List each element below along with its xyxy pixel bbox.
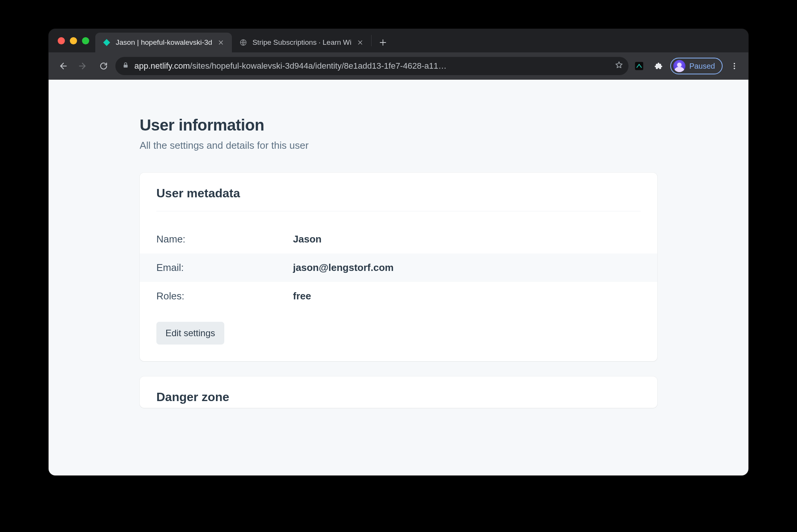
card-title: Danger zone bbox=[156, 390, 641, 404]
row-value: jason@lengstorf.com bbox=[293, 262, 394, 274]
row-value: free bbox=[293, 290, 311, 302]
svg-point-5 bbox=[734, 65, 735, 67]
svg-rect-2 bbox=[124, 65, 128, 68]
tab-close-button[interactable] bbox=[356, 38, 364, 47]
url-path: /sites/hopeful-kowalevski-3d944a/identit… bbox=[190, 61, 446, 71]
nav-back-button[interactable] bbox=[54, 57, 71, 75]
window-controls bbox=[54, 29, 95, 52]
url-host: app.netlify.com bbox=[134, 61, 190, 71]
row-label: Roles: bbox=[156, 290, 293, 302]
tab-title: Jason | hopeful-kowalevski-3d bbox=[116, 38, 212, 47]
tab-title: Stripe Subscriptions · Learn Wi bbox=[252, 38, 351, 47]
page-title: User information bbox=[140, 116, 657, 134]
svg-marker-0 bbox=[103, 39, 110, 46]
svg-rect-3 bbox=[635, 62, 643, 70]
address-bar[interactable]: app.netlify.com/sites/hopeful-kowalevski… bbox=[115, 57, 628, 75]
metadata-row-roles: Roles: free bbox=[156, 282, 641, 310]
browser-window: Jason | hopeful-kowalevski-3d Stripe Sub… bbox=[49, 29, 748, 475]
window-minimize-button[interactable] bbox=[70, 37, 77, 44]
row-label: Name: bbox=[156, 233, 293, 245]
tab-strip: Jason | hopeful-kowalevski-3d Stripe Sub… bbox=[49, 29, 748, 52]
new-tab-button[interactable] bbox=[375, 34, 391, 51]
metadata-row-email: Email: jason@lengstorf.com bbox=[140, 253, 657, 282]
netlify-favicon-icon bbox=[102, 38, 111, 47]
danger-zone-card: Danger zone bbox=[140, 376, 657, 408]
extensions-puzzle-icon[interactable] bbox=[650, 57, 667, 75]
profile-avatar-icon bbox=[673, 60, 685, 72]
metadata-row-name: Name: Jason bbox=[156, 225, 641, 253]
user-metadata-card: User metadata Name: Jason Email: jason@l… bbox=[140, 173, 657, 361]
page-content: User information All the settings and de… bbox=[49, 80, 748, 408]
profile-chip[interactable]: Paused bbox=[670, 58, 723, 74]
browser-toolbar: app.netlify.com/sites/hopeful-kowalevski… bbox=[49, 52, 748, 80]
row-label: Email: bbox=[156, 262, 293, 274]
bookmark-star-icon[interactable] bbox=[615, 61, 623, 71]
page-subtitle: All the settings and details for this us… bbox=[140, 140, 657, 151]
globe-favicon-icon bbox=[239, 38, 248, 47]
row-value: Jason bbox=[293, 233, 321, 245]
card-title: User metadata bbox=[156, 186, 641, 200]
card-divider bbox=[156, 211, 641, 211]
browser-tab-active[interactable]: Jason | hopeful-kowalevski-3d bbox=[95, 33, 232, 52]
profile-status-label: Paused bbox=[689, 62, 715, 71]
nav-forward-button[interactable] bbox=[74, 57, 92, 75]
svg-point-4 bbox=[734, 63, 735, 65]
lock-icon bbox=[122, 61, 129, 71]
svg-point-6 bbox=[734, 68, 735, 69]
metadata-rows: Name: Jason Email: jason@lengstorf.com R… bbox=[156, 225, 641, 310]
url-text: app.netlify.com/sites/hopeful-kowalevski… bbox=[134, 61, 610, 71]
extension-icon[interactable] bbox=[632, 58, 647, 74]
edit-settings-button[interactable]: Edit settings bbox=[156, 322, 224, 345]
browser-tab[interactable]: Stripe Subscriptions · Learn Wi bbox=[232, 33, 371, 52]
window-zoom-button[interactable] bbox=[82, 37, 89, 44]
page-viewport: User information All the settings and de… bbox=[49, 80, 748, 475]
nav-reload-button[interactable] bbox=[95, 57, 112, 75]
tab-close-button[interactable] bbox=[217, 38, 225, 47]
browser-menu-button[interactable] bbox=[726, 57, 743, 75]
tab-divider bbox=[371, 35, 372, 46]
window-close-button[interactable] bbox=[58, 37, 65, 44]
